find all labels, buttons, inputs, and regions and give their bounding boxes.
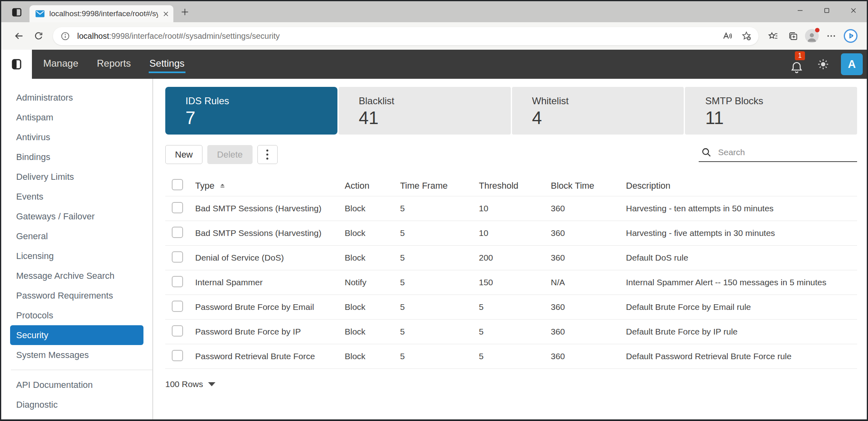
plus-icon [181,8,189,16]
nav-item-manage[interactable]: Manage [42,57,79,72]
panel-toggle-icon [11,58,23,70]
sidebar-item-bindings[interactable]: Bindings [10,147,143,167]
address-bar: localhost:9998/interface/root#/sysadmin/… [1,22,867,50]
back-button[interactable] [9,26,29,46]
header-col-threshold[interactable]: Threshold [479,181,551,191]
select-all-checkbox[interactable] [172,179,183,190]
read-aloud-button[interactable] [717,26,737,46]
add-favorite-button[interactable] [737,26,756,46]
sidebar-item-diagnostic[interactable]: Diagnostic [10,395,143,415]
header-col-description[interactable]: Description [626,181,857,191]
sort-ascending-icon [219,183,226,189]
row-checkbox[interactable] [172,301,183,312]
header-actions: 1 A [788,53,863,75]
rows-per-page-dropdown[interactable]: 100 Rows [165,379,857,389]
browser-tab[interactable]: localhost:9998/interface/root#/sys [29,5,173,22]
sidebar-item-antivirus[interactable]: Antivirus [10,127,143,147]
cell-type: Password Brute Force by IP [195,327,345,337]
sidebar-item-antispam[interactable]: Antispam [10,107,143,127]
more-actions-button[interactable] [257,145,278,164]
cell-time-frame: 5 [400,204,479,213]
notification-badge: 1 [795,51,805,60]
sidebar-divider [11,370,152,370]
search-input[interactable] [717,147,855,158]
cell-block-time: N/A [551,278,626,287]
sidebar-item-delivery-limits[interactable]: Delivery Limits [10,167,143,187]
maximize-button[interactable] [813,1,840,20]
site-info-icon[interactable] [55,26,75,46]
sidebar-toggle-button[interactable] [1,50,32,79]
tab-actions-button[interactable] [8,3,25,21]
close-button[interactable] [840,1,867,20]
table-row[interactable]: Password Brute Force by EmailBlock55360D… [165,295,857,320]
favorites-button[interactable] [763,26,783,46]
summary-card-whitelist[interactable]: Whitelist4 [512,87,684,135]
refresh-icon [34,31,44,41]
minimize-button[interactable] [787,1,813,20]
sidebar-item-administrators[interactable]: Administrators [10,88,143,107]
header-checkbox-cell [165,179,195,193]
settings-more-button[interactable] [822,26,841,46]
card-label: Whitelist [532,95,684,107]
new-button[interactable]: New [165,145,202,164]
header-col-time-frame[interactable]: Time Frame [400,181,479,191]
sidebar-item-general[interactable]: General [10,226,143,246]
mail-favicon [35,9,45,19]
row-checkbox[interactable] [172,227,183,238]
delete-button[interactable]: Delete [207,145,253,164]
cell-threshold: 5 [479,327,551,337]
table-row[interactable]: Bad SMTP Sessions (Harvesting)Block51036… [165,221,857,246]
cell-description: Default Brute Force by IP rule [626,327,857,337]
table-row[interactable]: Denial of Service (DoS)Block5200360Defau… [165,246,857,270]
tab-close-icon[interactable] [162,11,169,17]
refresh-button[interactable] [29,26,48,46]
row-checkbox[interactable] [172,325,183,337]
table-row[interactable]: Password Brute Force by IPBlock55360Defa… [165,320,857,344]
sidebar-item-password-requirements[interactable]: Password Requirements [10,286,143,305]
summary-card-smtp-blocks[interactable]: SMTP Blocks11 [685,87,857,135]
card-value: 7 [185,108,337,128]
nav-item-settings[interactable]: Settings [149,57,185,72]
chevron-down-icon [208,382,215,386]
sidebar-item-gateways-failover[interactable]: Gateways / Failover [10,206,143,226]
summary-card-ids-rules[interactable]: IDS Rules7 [165,87,337,135]
summary-card-blacklist[interactable]: Blacklist41 [339,87,511,135]
row-checkbox[interactable] [172,202,183,213]
table-row[interactable]: Internal SpammerNotify5150N/AInternal Sp… [165,270,857,295]
account-avatar-button[interactable]: A [841,53,863,75]
cell-description: Default Password Retrieval Brute Force r… [626,352,857,361]
bing-discover-button[interactable] [841,26,860,46]
header-col-block-time[interactable]: Block Time [551,181,626,191]
cell-description: Default Brute Force by Email rule [626,302,857,312]
new-tab-button[interactable] [177,4,193,20]
sidebar-item-message-archive-search[interactable]: Message Archive Search [10,266,143,286]
star-add-icon [741,31,752,41]
sidebar-item-licensing[interactable]: Licensing [10,246,143,266]
url-field[interactable]: localhost:9998/interface/root#/sysadmin/… [53,27,758,45]
sidebar-item-protocols[interactable]: Protocols [10,305,143,325]
header-col-action[interactable]: Action [345,181,400,191]
nav-item-reports[interactable]: Reports [96,57,132,72]
row-checkbox[interactable] [172,350,183,361]
profile-button[interactable] [802,26,822,46]
header-col-type[interactable]: Type [195,181,345,191]
card-value: 11 [705,108,857,128]
cell-block-time: 360 [551,302,626,312]
cell-time-frame: 5 [400,327,479,337]
sidebar-item-events[interactable]: Events [10,187,143,206]
bell-icon [790,61,803,74]
row-checkbox[interactable] [172,276,183,287]
collections-button[interactable] [783,26,802,46]
sidebar-item-security[interactable]: Security [10,325,143,345]
notifications-button[interactable]: 1 [788,55,805,74]
cell-type: Denial of Service (DoS) [195,253,345,263]
sidebar-item-api-documentation[interactable]: API Documentation [10,375,143,395]
search-icon [701,147,712,158]
row-checkbox-cell [165,227,195,240]
theme-toggle-button[interactable] [817,58,830,71]
row-checkbox[interactable] [172,251,183,263]
table-row[interactable]: Password Retrieval Brute ForceBlock55360… [165,344,857,369]
card-label: Blacklist [359,95,511,107]
table-row[interactable]: Bad SMTP Sessions (Harvesting)Block51036… [165,196,857,221]
sidebar-item-system-messages[interactable]: System Messages [10,345,143,365]
